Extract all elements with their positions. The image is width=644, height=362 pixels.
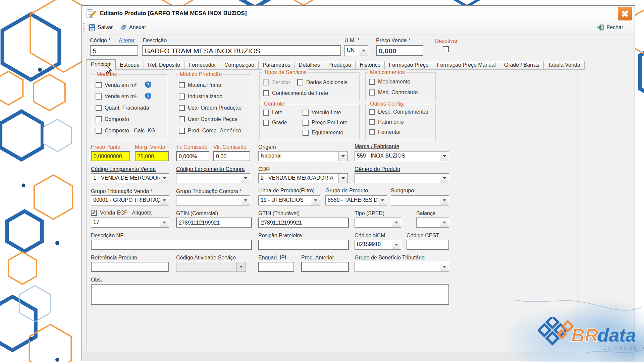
venda-ecf-aliquota-select[interactable]: 17 bbox=[91, 218, 169, 228]
codigo-cest-input[interactable] bbox=[407, 240, 449, 250]
preco-pauta-input[interactable]: 0,00000000 bbox=[91, 151, 130, 161]
cod-lanc-venda-select[interactable]: 1 - VENDA DE MERCADORIA bbox=[91, 173, 169, 183]
enquad-ipi-input[interactable] bbox=[258, 262, 294, 272]
composto-checkbox[interactable] bbox=[96, 116, 102, 122]
marg-venda-input[interactable]: 75,000 bbox=[135, 151, 169, 161]
venda-m2-checkbox[interactable] bbox=[96, 82, 102, 88]
patrimonio-checkbox[interactable] bbox=[369, 119, 375, 125]
cod-lanc-compra-label[interactable]: Código Lançamento Compra bbox=[176, 166, 245, 172]
tab-estoque[interactable]: Estoque bbox=[116, 61, 144, 70]
prod-anterior-input[interactable] bbox=[301, 262, 349, 272]
tab-producao[interactable]: Produção bbox=[324, 61, 356, 70]
close-dialog-button[interactable]: Fechar bbox=[594, 22, 626, 33]
genero-produto-value bbox=[355, 174, 440, 183]
tab-tabela-venda[interactable]: Tabela Venda bbox=[544, 61, 585, 70]
tab-detalhes[interactable]: Detalhes bbox=[295, 61, 324, 70]
fomentar-checkbox[interactable] bbox=[369, 129, 375, 135]
genero-produto-label[interactable]: Gênero do Produto bbox=[355, 166, 400, 172]
quant-fracionada-checkbox[interactable] bbox=[96, 105, 102, 111]
edit-note-icon bbox=[86, 8, 97, 19]
origem-select[interactable]: Nacional bbox=[258, 151, 348, 161]
dados-adicionais-checkbox[interactable] bbox=[297, 79, 303, 85]
prod-comp-generico-checkbox[interactable] bbox=[179, 128, 185, 134]
preco-venda-label: Preço Venda * bbox=[376, 38, 410, 44]
descricao-input[interactable]: GARFO TRAM MESA INOX BUZIOS bbox=[142, 45, 341, 56]
gtin-tributavel-input[interactable]: 27891112199921 bbox=[258, 218, 349, 228]
close-button[interactable] bbox=[618, 7, 632, 20]
tab-historico[interactable]: Histórico bbox=[356, 61, 385, 70]
tab-formacao-preco-manual[interactable]: Formação Preço Manual bbox=[433, 61, 500, 70]
referencia-produto-input[interactable] bbox=[91, 262, 169, 272]
grupo-trib-compra-label: Grupo Tributação Compra * bbox=[176, 188, 242, 194]
cdr-select[interactable]: 2 - VENDA DE MERCADORIA bbox=[258, 173, 348, 183]
tab-parametros[interactable]: Parâmetros bbox=[259, 61, 295, 70]
veiculo-lote-checkbox[interactable] bbox=[303, 110, 309, 116]
linha-produto-label[interactable]: Linha de Produto(Filtro) bbox=[258, 188, 315, 194]
venda-m3-checkbox[interactable] bbox=[96, 94, 102, 100]
preco-venda-input[interactable]: 0,000 bbox=[376, 45, 423, 56]
usar-controle-pecas-label: Usar Controle Peças bbox=[188, 116, 237, 122]
lote-checkbox[interactable] bbox=[263, 110, 269, 116]
grupo-trib-venda-select[interactable]: 00001 - GRUPO TRIBUTAÇÃO bbox=[91, 195, 169, 205]
desativar-checkbox[interactable] bbox=[443, 46, 449, 52]
help-shield-icon[interactable]: ? bbox=[145, 93, 151, 100]
codigo-ncm-select[interactable]: 82159910 bbox=[355, 240, 401, 250]
conhecimento-frete-checkbox[interactable] bbox=[263, 90, 269, 96]
um-select[interactable]: UN bbox=[344, 45, 368, 56]
chevron-down-icon bbox=[359, 46, 368, 56]
grade-checkbox[interactable] bbox=[263, 120, 269, 126]
save-button[interactable]: Salvar bbox=[86, 22, 115, 33]
marca-fabricante-select[interactable]: 559 - INOX BUZIOS bbox=[355, 151, 449, 161]
grupo-produto-label[interactable]: Grupo de Produto bbox=[325, 188, 368, 194]
materia-prima-checkbox[interactable] bbox=[179, 82, 185, 88]
industrializado-checkbox[interactable] bbox=[179, 94, 185, 100]
grupo-beneficio-label: Grupo de Benefício Tributário bbox=[355, 255, 425, 261]
help-shield-icon[interactable]: ? bbox=[145, 81, 151, 88]
grupo-produto-select[interactable]: 8589 - TALHERES DE MESA bbox=[325, 195, 387, 205]
grupo-trib-compra-select[interactable] bbox=[176, 195, 250, 205]
grupo-beneficio-select[interactable] bbox=[355, 262, 449, 272]
descricao-nf-input[interactable] bbox=[91, 240, 252, 250]
medicamento-checkbox[interactable] bbox=[369, 79, 375, 85]
obs-textarea[interactable] bbox=[91, 284, 449, 305]
marca-fabricante-label[interactable]: Marca / Fabricante bbox=[355, 143, 399, 149]
vlr-comissao-input[interactable]: 0,00 bbox=[213, 151, 250, 161]
obs-label: Obs. bbox=[91, 277, 102, 283]
patrimonio-label: Patrimônio bbox=[378, 119, 404, 125]
linha-produto-select[interactable]: 19 - UTENCILIOS bbox=[258, 195, 320, 205]
cod-lanc-venda-label[interactable]: Código Lançamento Venda bbox=[91, 166, 156, 172]
cod-lanc-compra-select[interactable] bbox=[176, 173, 250, 183]
chevron-down-icon bbox=[440, 152, 449, 161]
tab-rel-deposito[interactable]: Rel. Depósito bbox=[144, 61, 184, 70]
dados-adicionais-label: Dados Adicionais bbox=[306, 79, 347, 85]
usar-controle-pecas-checkbox[interactable] bbox=[179, 116, 185, 122]
usar-ordem-producao-checkbox[interactable] bbox=[179, 105, 185, 111]
tab-grade-barras[interactable]: Grade / Barras bbox=[500, 61, 544, 70]
tab-composicao[interactable]: Composição bbox=[220, 61, 259, 70]
cod-lanc-compra-value bbox=[176, 174, 241, 183]
gtin-comercial-input[interactable]: 27891112199921 bbox=[176, 218, 252, 228]
tipo-sped-select[interactable] bbox=[355, 218, 401, 228]
tx-comissao-input[interactable]: 0,000% bbox=[176, 151, 209, 161]
composto-calc-kg-checkbox[interactable] bbox=[96, 128, 102, 134]
med-controlado-checkbox[interactable] bbox=[369, 89, 375, 96]
subgrupo-select[interactable] bbox=[391, 195, 449, 205]
attach-button[interactable]: Anexar bbox=[117, 22, 149, 33]
genero-produto-select[interactable] bbox=[355, 173, 449, 183]
codigo-ncm-value: 82159910 bbox=[355, 240, 392, 249]
alterar-link[interactable]: Alterar bbox=[119, 38, 135, 44]
equipamento-checkbox[interactable] bbox=[303, 130, 309, 136]
balanca-select[interactable] bbox=[416, 218, 449, 228]
tab-fornecedor[interactable]: Fornecedor bbox=[184, 61, 220, 70]
desc-complementar-checkbox[interactable] bbox=[369, 109, 375, 115]
descricao-nf-label: Descrição NF. bbox=[91, 233, 124, 239]
servico-checkbox bbox=[263, 79, 269, 85]
tab-formacao-preco[interactable]: Formação Preço bbox=[385, 61, 433, 70]
venda-ecf-checkbox[interactable] bbox=[91, 210, 97, 216]
preco-por-lote-checkbox[interactable] bbox=[303, 120, 309, 126]
chevron-down-icon bbox=[241, 174, 250, 183]
preco-pauta-label: Preço Pauta bbox=[91, 144, 120, 150]
subgrupo-label[interactable]: Subgrupo bbox=[391, 188, 414, 194]
codigo-input[interactable]: 5 bbox=[90, 45, 138, 56]
posicao-prateleira-input[interactable] bbox=[258, 240, 349, 250]
